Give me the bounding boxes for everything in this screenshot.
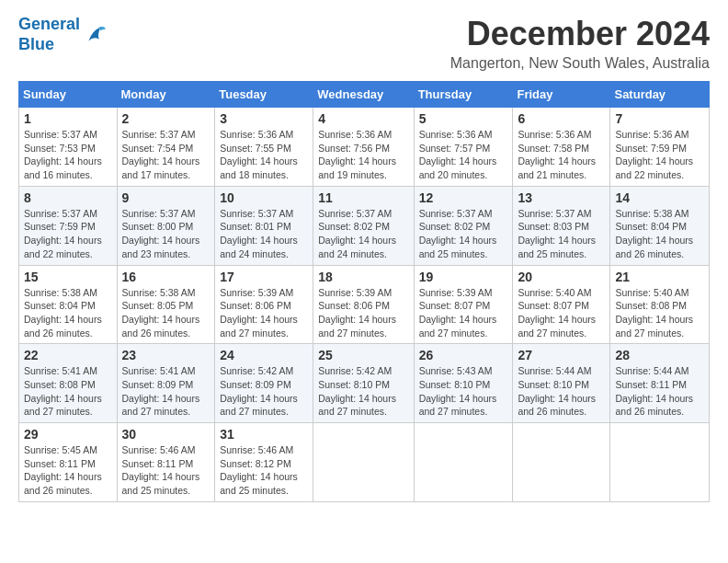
table-row: 26Sunrise: 5:43 AMSunset: 8:10 PMDayligh… [414,344,513,423]
table-row: 24Sunrise: 5:42 AMSunset: 8:09 PMDayligh… [215,344,313,423]
table-row: 21Sunrise: 5:40 AMSunset: 8:08 PMDayligh… [610,265,710,344]
calendar-week-row: 1Sunrise: 5:37 AMSunset: 7:53 PMDaylight… [19,108,710,187]
table-row: 6Sunrise: 5:36 AMSunset: 7:58 PMDaylight… [513,108,610,187]
table-row: 25Sunrise: 5:42 AMSunset: 8:10 PMDayligh… [313,344,414,423]
col-tuesday: Tuesday [215,82,313,108]
col-monday: Monday [117,82,215,108]
table-row: 27Sunrise: 5:44 AMSunset: 8:10 PMDayligh… [513,344,610,423]
table-row: 12Sunrise: 5:37 AMSunset: 8:02 PMDayligh… [414,186,513,265]
logo-text: GeneralBlue [18,15,80,54]
col-saturday: Saturday [610,82,710,108]
calendar-table: Sunday Monday Tuesday Wednesday Thursday… [18,81,710,502]
table-row: 19Sunrise: 5:39 AMSunset: 8:07 PMDayligh… [414,265,513,344]
table-row: 23Sunrise: 5:41 AMSunset: 8:09 PMDayligh… [117,344,215,423]
table-row: 29Sunrise: 5:45 AMSunset: 8:11 PMDayligh… [19,423,118,502]
page-header: GeneralBlue December 2024 Mangerton, New… [18,15,710,72]
calendar-week-row: 15Sunrise: 5:38 AMSunset: 8:04 PMDayligh… [19,265,710,344]
table-row: 30Sunrise: 5:46 AMSunset: 8:11 PMDayligh… [117,423,215,502]
table-row: 31Sunrise: 5:46 AMSunset: 8:12 PMDayligh… [215,423,313,502]
table-row: 18Sunrise: 5:39 AMSunset: 8:06 PMDayligh… [313,265,414,344]
logo-bird-icon [82,22,108,48]
table-row: 10Sunrise: 5:37 AMSunset: 8:01 PMDayligh… [215,186,313,265]
table-row: 16Sunrise: 5:38 AMSunset: 8:05 PMDayligh… [117,265,215,344]
table-row [313,423,414,502]
table-row: 5Sunrise: 5:36 AMSunset: 7:57 PMDaylight… [414,108,513,187]
col-thursday: Thursday [414,82,513,108]
month-year-title: December 2024 [450,15,710,53]
table-row: 17Sunrise: 5:39 AMSunset: 8:06 PMDayligh… [215,265,313,344]
calendar-week-row: 22Sunrise: 5:41 AMSunset: 8:08 PMDayligh… [19,344,710,423]
table-row: 4Sunrise: 5:36 AMSunset: 7:56 PMDaylight… [313,108,414,187]
table-row: 8Sunrise: 5:37 AMSunset: 7:59 PMDaylight… [19,186,118,265]
table-row: 22Sunrise: 5:41 AMSunset: 8:08 PMDayligh… [19,344,118,423]
table-row [414,423,513,502]
table-row: 20Sunrise: 5:40 AMSunset: 8:07 PMDayligh… [513,265,610,344]
title-area: December 2024 Mangerton, New South Wales… [450,15,710,72]
calendar-week-row: 29Sunrise: 5:45 AMSunset: 8:11 PMDayligh… [19,423,710,502]
calendar-week-row: 8Sunrise: 5:37 AMSunset: 7:59 PMDaylight… [19,186,710,265]
col-friday: Friday [513,82,610,108]
table-row: 15Sunrise: 5:38 AMSunset: 8:04 PMDayligh… [19,265,118,344]
calendar-header-row: Sunday Monday Tuesday Wednesday Thursday… [19,82,710,108]
table-row: 28Sunrise: 5:44 AMSunset: 8:11 PMDayligh… [610,344,710,423]
table-row: 11Sunrise: 5:37 AMSunset: 8:02 PMDayligh… [313,186,414,265]
table-row: 3Sunrise: 5:36 AMSunset: 7:55 PMDaylight… [215,108,313,187]
table-row [610,423,710,502]
table-row: 9Sunrise: 5:37 AMSunset: 8:00 PMDaylight… [117,186,215,265]
table-row [513,423,610,502]
col-sunday: Sunday [19,82,118,108]
table-row: 13Sunrise: 5:37 AMSunset: 8:03 PMDayligh… [513,186,610,265]
table-row: 7Sunrise: 5:36 AMSunset: 7:59 PMDaylight… [610,108,710,187]
col-wednesday: Wednesday [313,82,414,108]
table-row: 1Sunrise: 5:37 AMSunset: 7:53 PMDaylight… [19,108,118,187]
table-row: 2Sunrise: 5:37 AMSunset: 7:54 PMDaylight… [117,108,215,187]
location-subtitle: Mangerton, New South Wales, Australia [450,55,710,72]
logo: GeneralBlue [18,15,108,54]
table-row: 14Sunrise: 5:38 AMSunset: 8:04 PMDayligh… [610,186,710,265]
